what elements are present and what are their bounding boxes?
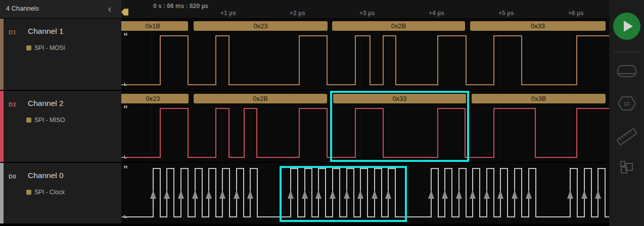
spi-byte-annotation[interactable]: 0x1B xyxy=(121,21,188,31)
channel-panel-header: 4 Channels ‹ xyxy=(0,0,121,18)
timeline-bar[interactable]: 0 s : 66 ms : 820 µs +1 µs+2 µs+3 µs+4 µ… xyxy=(121,0,609,18)
timeline-tick-label: +3 µs xyxy=(359,10,375,17)
channel-row-d0[interactable]: D0 Channel 0 SPI - Clock xyxy=(0,163,121,223)
timeline-start-marker-icon xyxy=(121,9,128,16)
low-level-label: L xyxy=(124,213,131,219)
high-level-label: H xyxy=(124,104,131,109)
timeline-timestamp: 0 s : 66 ms : 820 µs xyxy=(153,3,208,10)
layout-grid-icon[interactable] xyxy=(609,160,644,178)
timeline-tick-label: +1 µs xyxy=(220,10,236,17)
session-capsule-icon[interactable] xyxy=(609,64,644,81)
start-capture-button play-icon[interactable] xyxy=(613,13,640,40)
channel-color-strip xyxy=(0,163,4,223)
svg-text:1F: 1F xyxy=(623,101,630,107)
channel-count-label: 4 Channels xyxy=(6,5,39,12)
spi-byte-annotation[interactable]: 0x33 xyxy=(470,21,606,31)
timeline-tick-label: +4 µs xyxy=(429,10,444,17)
waveform-area: 0 s : 66 ms : 820 µs +1 µs+2 µs+3 µs+4 µ… xyxy=(121,0,609,226)
analyzer-color-dot xyxy=(26,45,31,50)
measurement-ruler-icon[interactable] xyxy=(609,127,644,148)
channel-id-label: D0 xyxy=(9,174,16,180)
channel-row-d1[interactable]: D1 Channel 1 SPI - MOSI xyxy=(0,19,121,90)
right-toolbar: 1F xyxy=(609,0,644,226)
low-level-tick xyxy=(121,216,123,217)
play-triangle-icon xyxy=(624,21,633,32)
low-level-tick xyxy=(121,157,123,158)
high-level-label: H xyxy=(124,31,131,37)
analyzer-color-dot xyxy=(26,190,31,195)
toolbar-divider xyxy=(614,52,639,52)
high-level-label: H xyxy=(124,164,131,170)
spi-byte-annotation[interactable]: 0x23 xyxy=(121,94,189,103)
hex-display-format-icon[interactable]: 1F xyxy=(609,95,644,114)
analyzer-color-dot xyxy=(26,118,31,123)
channel-row-d2[interactable]: D2 Channel 2 SPI - MISO xyxy=(0,91,121,162)
channel-name: Channel 1 xyxy=(28,27,64,36)
analyzer-label: SPI - MOSI xyxy=(34,44,65,51)
spi-byte-annotation[interactable]: 0x33 xyxy=(333,94,466,103)
waveform-svg xyxy=(121,163,609,223)
waveform-lane-channel-2[interactable]: H L 0x230x2B0x330x3B xyxy=(121,91,609,162)
waveform-lane-channel-1[interactable]: H L 0x1B0x230x2B0x33 xyxy=(121,19,609,90)
analyzer-label: SPI - MISO xyxy=(34,117,65,124)
channel-id-label: D2 xyxy=(9,101,16,107)
low-level-label: L xyxy=(124,154,131,159)
channel-id-label: D1 xyxy=(9,29,16,35)
low-level-tick xyxy=(121,84,123,85)
timeline-tick-label: +2 µs xyxy=(290,10,305,17)
spi-byte-annotation[interactable]: 0x3B xyxy=(472,94,606,103)
channel-name: Channel 0 xyxy=(28,171,64,180)
timeline-tick-label: +6 µs xyxy=(568,10,584,17)
spi-byte-annotation[interactable]: 0x23 xyxy=(194,21,328,31)
collapse-panel-button chevron-left-icon[interactable]: ‹ xyxy=(104,2,115,15)
analyzer-label: SPI - Clock xyxy=(34,189,65,196)
logic-analyzer-app: 4 Channels ‹ D1 Channel 1 SPI - MOSI D2 … xyxy=(0,0,644,226)
channel-color-strip xyxy=(0,91,4,162)
spi-byte-annotation[interactable]: 0x2B xyxy=(332,21,465,31)
channel-name: Channel 2 xyxy=(28,99,64,108)
spi-byte-annotation[interactable]: 0x2B xyxy=(194,94,327,103)
channel-panel: 4 Channels ‹ D1 Channel 1 SPI - MOSI D2 … xyxy=(0,0,121,226)
waveform-lane-channel-0[interactable]: H L xyxy=(121,163,609,223)
channel-color-strip xyxy=(0,19,4,90)
low-level-label: L xyxy=(124,81,131,87)
timeline-tick-label: +5 µs xyxy=(498,10,514,17)
